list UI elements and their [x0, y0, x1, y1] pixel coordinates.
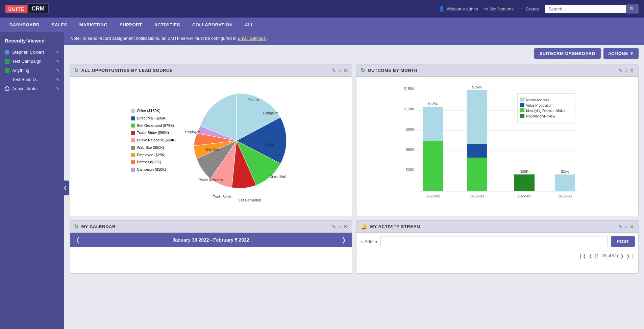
nav-item-all[interactable]: ALL	[239, 18, 260, 32]
activity-page-info: (1 - 15 of 62)	[595, 253, 618, 258]
sidebar-item-testsuite[interactable]: Test Suite D... ✎	[0, 75, 64, 84]
svg-text:$30K: $30K	[406, 168, 415, 172]
widget-activity-title: 🔔 MY ACTIVITY STREAM	[361, 223, 420, 230]
svg-rect-29	[555, 174, 575, 191]
sidebar-item-testcampaign[interactable]: Test Campaign ✎	[0, 57, 64, 66]
refresh-widget-activity[interactable]: ○	[625, 224, 628, 230]
edit-widget-activity[interactable]: ✎	[618, 224, 623, 230]
search-input[interactable]	[545, 5, 626, 13]
widget-activity-controls: ✎ ○ ✕	[618, 224, 634, 230]
svg-text:$25K: $25K	[520, 170, 528, 173]
close-widget-activity[interactable]: ✕	[630, 224, 634, 230]
header-user[interactable]: 👤 Welcome admin	[439, 6, 478, 12]
activity-title-text: MY ACTIVITY STREAM	[370, 224, 421, 229]
svg-text:Value Proposition: Value Proposition	[526, 104, 552, 107]
calendar-icon: ↻	[74, 223, 79, 230]
activity-last-btn[interactable]: ❭❘	[626, 253, 634, 258]
edit-widget-opportunities[interactable]: ✎	[332, 67, 336, 74]
svg-rect-27	[514, 174, 535, 191]
calendar-prev-btn[interactable]: ❬	[75, 236, 80, 244]
activity-post-input[interactable]	[380, 237, 608, 246]
search-button[interactable]: 🔍	[626, 4, 639, 13]
bar-chart-svg: $150K $120K $90K $60K $30K	[360, 80, 635, 212]
edit-widget-calendar[interactable]: ✎	[332, 224, 336, 230]
svg-rect-42	[520, 114, 524, 118]
widget-opportunities-controls: ✎ ○ ✕	[332, 67, 348, 74]
svg-text:$90K: $90K	[406, 127, 415, 131]
sidebar-item-name-testsuite: Test Suite D...	[12, 77, 40, 82]
svg-rect-24	[467, 144, 487, 158]
header-create-btn[interactable]: ＋ Create	[520, 6, 539, 12]
widget-opportunities-header: ↻ ALL OPPORTUNITIES BY LEAD SOURCE ✎ ○ ✕	[70, 64, 352, 77]
logo-suite: SUITE	[5, 5, 27, 13]
widget-activity-body: ↳ Admin POST ❘❬ ❬ (1 - 15 of 62) ❭ ❭❘	[356, 233, 638, 261]
sidebar-item-name-testcampaign: Test Campaign	[12, 59, 42, 64]
refresh-widget-outcome[interactable]: ○	[625, 67, 628, 74]
widget-calendar-title: ↻ MY CALENDAR	[74, 223, 116, 230]
sidebar-collapse-btn[interactable]: ❮	[61, 181, 69, 195]
edit-icon-testsuite[interactable]: ✎	[56, 77, 59, 82]
svg-text:$120K: $120K	[404, 107, 415, 111]
nav-item-dashboard[interactable]: DASHBOARD	[3, 18, 46, 32]
edit-icon-testcampaign[interactable]: ✎	[56, 59, 59, 64]
edit-icon-stephen[interactable]: ✎	[56, 50, 59, 55]
calendar-date-range: January 30 2022 - February 5 2022	[172, 237, 249, 243]
close-widget-calendar[interactable]: ✕	[343, 224, 348, 230]
svg-rect-40	[520, 108, 524, 112]
svg-text:$60K: $60K	[406, 147, 415, 152]
widget-outcome: ↻ OUTCOME BY MONTH ✎ ○ ✕ $150K $120K $90…	[356, 64, 639, 216]
logo[interactable]: SUITE CRM	[5, 3, 49, 14]
activity-prev-btn[interactable]: ❬	[589, 253, 593, 258]
widget-calendar-header: ↻ MY CALENDAR ✎ ○ ✕	[70, 221, 352, 233]
svg-rect-23	[467, 158, 487, 191]
sidebar: Recently Viewed Stephen Colbert ✎ Test C…	[0, 32, 64, 329]
suitecrm-dashboard-btn[interactable]: SUITECRM DASHBOARD	[534, 48, 601, 59]
nav-item-sales[interactable]: SALES	[46, 18, 73, 32]
calendar-next-btn[interactable]: ❭	[341, 236, 346, 244]
edit-icon-anything[interactable]: ✎	[56, 68, 59, 73]
svg-text:Campaign: Campaign	[263, 111, 278, 115]
svg-text:2022-02: 2022-02	[426, 194, 440, 198]
close-widget-opportunities[interactable]: ✕	[343, 67, 348, 74]
sidebar-item-admin[interactable]: Administrator ✎	[0, 84, 64, 93]
sidebar-item-name-admin: Administrator	[12, 86, 38, 91]
nav-item-collaboration[interactable]: COLLABORATION	[186, 18, 239, 32]
email-settings-link[interactable]: Email Settings	[238, 36, 266, 41]
header-right: 👤 Welcome admin ✉ Notifications ＋ Create…	[439, 4, 639, 13]
widget-outcome-body: $150K $120K $90K $60K $30K	[356, 77, 638, 216]
logo-crm: CRM	[27, 3, 49, 14]
widget-opportunities: ↻ ALL OPPORTUNITIES BY LEAD SOURCE ✎ ○ ✕…	[70, 64, 352, 216]
notification-text: Note: To send record assignment notifica…	[70, 36, 238, 41]
nav-item-activities[interactable]: ACTIVITIES	[148, 18, 186, 32]
refresh-widget-calendar[interactable]: ○	[338, 224, 341, 230]
sidebar-item-anything[interactable]: Anything ✎	[0, 66, 64, 75]
calendar-title-text: MY CALENDAR	[81, 224, 116, 229]
activity-next-btn[interactable]: ❭	[620, 253, 624, 258]
svg-text:$150K: $150K	[404, 87, 415, 91]
close-widget-outcome[interactable]: ✕	[630, 67, 634, 74]
refresh-widget-opportunities[interactable]: ○	[338, 67, 341, 74]
user-icon: 👤	[439, 6, 445, 12]
sidebar-item-name-anything: Anything	[12, 68, 29, 73]
search-bar: 🔍	[545, 4, 639, 13]
nav-item-marketing[interactable]: MARKETING	[73, 18, 114, 32]
sidebar-icon-anything	[5, 68, 9, 73]
outcome-icon: ↻	[361, 67, 365, 74]
svg-text:Negotiation/Review: Negotiation/Review	[526, 114, 555, 118]
widget-outcome-header: ↻ OUTCOME BY MONTH ✎ ○ ✕	[356, 64, 638, 77]
edit-widget-outcome[interactable]: ✎	[618, 67, 623, 74]
nav-item-support[interactable]: SUPPORT	[114, 18, 148, 32]
activity-post-area: ↳ Admin POST	[356, 233, 638, 250]
activity-post-btn[interactable]: POST	[611, 236, 635, 247]
activity-first-btn[interactable]: ❘❬	[578, 253, 587, 258]
content-area: Note: To send record assignment notifica…	[64, 32, 644, 329]
header-notifications-btn[interactable]: ✉ Notifications	[484, 6, 514, 11]
sidebar-item-stephen[interactable]: Stephen Colbert ✎	[0, 48, 64, 57]
notification-suffix: .	[267, 36, 268, 41]
svg-rect-20	[423, 141, 443, 191]
activity-bell-icon: 🔔	[361, 223, 368, 230]
edit-icon-admin[interactable]: ✎	[56, 86, 59, 91]
actions-btn[interactable]: ACTIONS ▼	[603, 48, 639, 59]
user-label: Welcome admin	[447, 6, 478, 11]
svg-text:Other: Other	[265, 142, 275, 146]
